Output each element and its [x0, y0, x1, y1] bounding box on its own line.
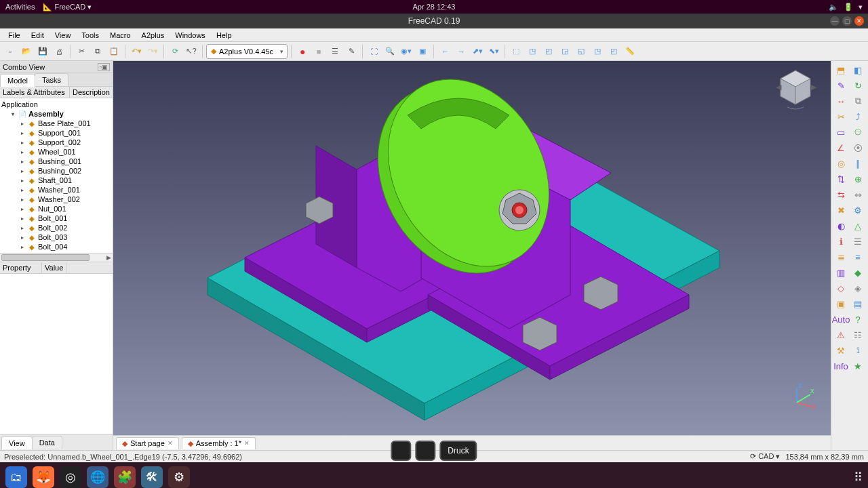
volume-icon[interactable]: 🔈	[829, 3, 838, 12]
tree-item-support-001[interactable]: ▸◆Support_001	[0, 128, 113, 138]
tree-item-washer-002[interactable]: ▸◆Washer_002	[0, 195, 113, 204]
macro-list-button[interactable]: ☰	[328, 44, 342, 59]
tree-item-support-002[interactable]: ▸◆Support_002	[0, 138, 113, 147]
app-menu[interactable]: 📐 FreeCAD ▾	[43, 3, 92, 12]
partlist-button[interactable]: ☰	[850, 234, 866, 249]
measure-button[interactable]: 📏	[623, 44, 637, 59]
constraint-plane-button[interactable]: ▭	[833, 125, 849, 140]
menu-macro[interactable]: Macro	[106, 30, 135, 41]
dock-obs[interactable]: ◎	[60, 466, 81, 488]
link-select-button[interactable]: ⬉▾	[486, 44, 501, 59]
tree-item-bushing-002[interactable]: ▸◆Bushing_002	[0, 166, 113, 176]
export-button[interactable]: ⤴	[850, 109, 866, 124]
menu-windows[interactable]: Windows	[171, 30, 210, 41]
bottom-view-button[interactable]: ◳	[590, 44, 605, 59]
offset-button[interactable]: ⇔	[850, 187, 866, 202]
delete-constraint-button[interactable]: ✖	[833, 203, 849, 218]
macro-stop-button[interactable]: ■	[311, 44, 326, 59]
save-button[interactable]: 💾	[35, 44, 50, 59]
3d-viewport[interactable]: ◀ ▶ z y x ◆ Start page ✕ ◆ Assembly : 1*…	[113, 61, 831, 450]
tree-item-base-plate-001[interactable]: ▸◆Base Plate_001	[0, 119, 113, 128]
menu-help[interactable]: Help	[212, 30, 236, 41]
misc1-button[interactable]: ▥	[833, 265, 849, 280]
whats-this-button[interactable]: ↖?	[184, 44, 199, 59]
menu-view[interactable]: View	[51, 30, 75, 41]
activities-button[interactable]: Activities	[5, 3, 35, 12]
tab-start-page[interactable]: ◆ Start page ✕	[116, 437, 179, 449]
warn-button[interactable]: ⚠	[833, 327, 849, 342]
refresh-button[interactable]: ⟳	[167, 44, 182, 59]
measure-button[interactable]: ⟟	[850, 343, 866, 358]
combo-view-undock-button[interactable]: ▫▣	[98, 63, 110, 71]
workbench-selector[interactable]: ◆ A2plus V0.4.45c	[206, 44, 288, 59]
dock-freecad[interactable]: ⚙	[168, 466, 190, 488]
macro-edit-button[interactable]: ✎	[344, 44, 359, 59]
view-auto-button[interactable]: Auto	[833, 312, 849, 327]
dock-files[interactable]: 🗂	[5, 466, 27, 488]
tree-item-bolt-002[interactable]: ▸◆Bolt_002	[0, 223, 113, 232]
dock-app5[interactable]: 🧩	[114, 466, 136, 488]
tree-view-button[interactable]: ☷	[850, 327, 866, 342]
menu-tools[interactable]: Tools	[77, 30, 103, 41]
info-panel-button[interactable]: Info	[833, 359, 849, 373]
help-button[interactable]: ?	[850, 312, 866, 327]
dock-app6[interactable]: 🛠	[141, 466, 163, 488]
constraint-angle-button[interactable]: ∠	[833, 140, 849, 155]
copy-button[interactable]: ⧉	[90, 44, 105, 59]
constraint-center-button[interactable]: ⊕	[850, 171, 866, 186]
bom-button[interactable]: ≣	[833, 249, 849, 264]
tree-item-wheel-001[interactable]: ▸◆Wheel_001	[0, 147, 113, 157]
right-view-button[interactable]: ◲	[557, 44, 572, 59]
fit-selection-button[interactable]: 🔍	[382, 44, 397, 59]
tab-model[interactable]: Model	[0, 74, 35, 87]
close-button[interactable]: ✕	[854, 16, 864, 26]
close-tab-icon[interactable]: ✕	[244, 440, 250, 447]
tree-item-washer-001[interactable]: ▸◆Washer_001	[0, 185, 113, 195]
draw-style-button[interactable]: ◉▾	[399, 44, 414, 59]
flip-button[interactable]: ⇆	[833, 187, 849, 202]
add-shape-button[interactable]: ◧	[850, 62, 866, 77]
tab-view[interactable]: View	[1, 436, 33, 449]
dock-firefox[interactable]: 🦊	[33, 466, 54, 488]
edit-part-button[interactable]: ✎	[833, 78, 849, 93]
tree-item-bolt-004[interactable]: ▸◆Bolt_004	[0, 242, 113, 251]
tree-hscroll[interactable]: ▶	[0, 253, 113, 262]
redo-button[interactable]: ↷▾	[145, 44, 160, 59]
left-view-button[interactable]: ◰	[606, 44, 621, 59]
update-button[interactable]: ↻	[850, 78, 866, 93]
fit-all-button[interactable]: ⛶	[366, 44, 381, 59]
nav-style-indicator[interactable]: ⟳ CAD ▾	[750, 452, 780, 461]
nav-fwd-button[interactable]: →	[454, 44, 469, 59]
constraint-lock-button[interactable]: ⇅	[833, 171, 849, 186]
battery-icon[interactable]: 🔋	[844, 3, 853, 12]
minimize-button[interactable]: —	[830, 16, 840, 26]
cut-button[interactable]: ✂	[74, 44, 89, 59]
new-button[interactable]: ▫	[3, 44, 18, 59]
cut-button[interactable]: ✂	[833, 109, 849, 124]
tree-item-bushing-001[interactable]: ▸◆Bushing_001	[0, 157, 113, 166]
tree-item-shaft-001[interactable]: ▸◆Shaft_001	[0, 176, 113, 185]
tree-application[interactable]: Application	[0, 100, 113, 109]
show-applications-button[interactable]: ⠿	[854, 470, 863, 485]
tree-assembly[interactable]: ▾📄Assembly	[0, 109, 113, 119]
misc5-button[interactable]: ▣	[833, 296, 849, 311]
dock-app4[interactable]: 🌐	[87, 466, 108, 488]
misc3-button[interactable]: ◇	[833, 281, 849, 296]
menu-file[interactable]: File	[4, 30, 24, 41]
info-button[interactable]: ℹ	[833, 234, 849, 249]
toggle-transparent-button[interactable]: ◐	[833, 218, 849, 233]
add-part-button[interactable]: ⬒	[833, 62, 849, 77]
undo-button[interactable]: ↶▾	[129, 44, 144, 59]
misc6-button[interactable]: ▤	[850, 296, 866, 311]
constraint-axis-button[interactable]: ⦵	[850, 125, 866, 140]
front-view-button[interactable]: ◳	[525, 44, 540, 59]
model-tree[interactable]: Application ▾📄Assembly ▸◆Base Plate_001▸…	[0, 98, 113, 253]
tip-button[interactable]: ★	[850, 359, 866, 373]
move-button[interactable]: ↔	[833, 94, 849, 108]
top-view-button[interactable]: ◰	[541, 44, 556, 59]
misc2-button[interactable]: ◆	[850, 265, 866, 280]
solve-button[interactable]: ⚙	[850, 203, 866, 218]
nav-cube[interactable]: ◀ ▶	[774, 66, 817, 110]
constraint-coincident-button[interactable]: ⦿	[850, 140, 866, 155]
tab-assembly-doc[interactable]: ◆ Assembly : 1* ✕	[182, 437, 256, 449]
